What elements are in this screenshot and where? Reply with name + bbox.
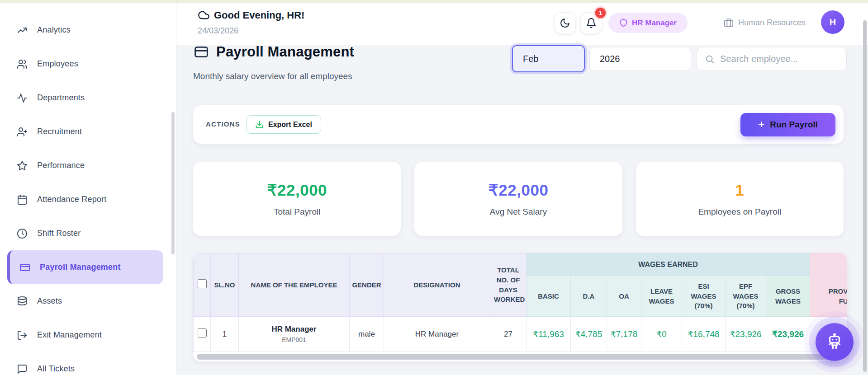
select-all-cell — [194, 253, 211, 317]
avatar[interactable]: H — [821, 10, 844, 34]
cell-slno: 1 — [211, 317, 239, 352]
dark-mode-toggle[interactable] — [554, 12, 576, 34]
database-icon — [17, 296, 28, 307]
page-vertical-scrollbar[interactable] — [863, 20, 867, 372]
user-plus-icon — [17, 127, 28, 137]
cell-days-worked: 27 — [490, 317, 526, 352]
employee-name: HR Manager — [239, 325, 349, 334]
search-input[interactable] — [720, 54, 833, 64]
role-badge[interactable]: HR Manager — [608, 13, 688, 33]
sidebar-scrollbar-thumb[interactable] — [171, 112, 175, 254]
sidebar-item-employees[interactable]: Employees — [0, 47, 176, 81]
stat-card-total-payroll: ₹22,000 Total Payroll — [193, 162, 401, 236]
moon-icon — [560, 18, 570, 28]
top-accent-strip — [0, 0, 868, 3]
calendar-icon — [17, 194, 28, 205]
provident-fund-group-spacer — [810, 253, 847, 276]
sidebar-item-attendance-report[interactable]: Attendance Report — [0, 183, 176, 216]
sidebar-item-all-tickets[interactable]: All Tickets — [0, 352, 176, 375]
page-title: Payroll Management — [216, 44, 354, 60]
col-header-designation: DESIGNATION — [384, 253, 490, 317]
sidebar-item-label: Performance — [37, 161, 85, 170]
sidebar-item-departments[interactable]: Departments — [0, 81, 176, 115]
total-payroll-label: Total Payroll — [274, 207, 321, 217]
star-icon — [17, 160, 28, 171]
department-indicator: Human Resources — [724, 18, 806, 28]
employees-on-payroll-value: 1 — [735, 181, 744, 199]
log-out-icon — [17, 330, 28, 341]
employees-on-payroll-label: Employees on Payroll — [698, 207, 781, 217]
col-header-provident-fund: PROVIDENT FUND — [810, 276, 847, 317]
department-label: Human Resources — [738, 18, 806, 28]
select-all-checkbox[interactable] — [198, 279, 207, 288]
sidebar-item-assets[interactable]: Assets — [0, 284, 176, 318]
cell-da: ₹4,785 — [571, 317, 607, 352]
sidebar-item-label: Departments — [37, 93, 85, 103]
cell-basic: ₹11,963 — [526, 317, 571, 352]
table-row[interactable]: 1 HR Manager EMP001 male HR Manager 27 ₹… — [194, 317, 848, 352]
robot-icon — [825, 333, 844, 352]
message-square-icon — [17, 364, 28, 375]
month-select-value: Feb — [523, 54, 538, 64]
year-select-value: 2026 — [600, 54, 620, 64]
header-date: 24/03/2026 — [198, 26, 238, 36]
sidebar-item-label: Shift Roster — [37, 229, 81, 238]
sidebar-item-exit-management[interactable]: Exit Management — [0, 318, 176, 352]
payroll-table-card: SL.NO NAME OF THE EMPLOYEE GENDER DESIGN… — [193, 253, 847, 361]
sidebar-item-recruitment[interactable]: Recruitment — [0, 115, 176, 149]
sidebar-item-label: Analytics — [37, 25, 71, 35]
month-select[interactable]: Feb — [512, 45, 585, 72]
col-header-da: D.A — [571, 276, 607, 317]
bell-icon — [586, 18, 597, 28]
payroll-title-icon — [193, 45, 209, 59]
chatbot-fab[interactable] — [816, 323, 854, 361]
sidebar-item-label: Exit Management — [37, 330, 102, 340]
cell-gross-wages: ₹23,926 — [766, 317, 810, 352]
col-header-epf-wages: EPF WAGES (70%) — [726, 276, 766, 317]
cell-employee-name: HR Manager EMP001 — [239, 317, 350, 352]
download-icon — [255, 120, 264, 129]
actions-section-label: ACTIONS — [206, 120, 240, 128]
sidebar-item-label: Payroll Management — [40, 262, 121, 272]
briefcase-icon — [724, 18, 734, 28]
page-subtitle: Monthly salary overview for all employee… — [193, 71, 352, 81]
run-payroll-label: Run Payroll — [770, 120, 818, 130]
row-checkbox[interactable] — [198, 328, 207, 338]
activity-icon — [17, 93, 28, 103]
cell-oa: ₹7,178 — [607, 317, 641, 352]
col-header-oa: OA — [607, 276, 641, 317]
avg-net-salary-label: Avg Net Salary — [490, 207, 547, 217]
col-header-gender: GENDER — [350, 253, 384, 317]
col-header-basic: BASIC — [526, 276, 571, 317]
col-header-gross-wages: GROSS WAGES — [766, 276, 810, 317]
cell-designation: HR Manager — [384, 317, 490, 352]
cell-esi-wages: ₹16,748 — [682, 317, 726, 352]
sidebar-item-shift-roster[interactable]: Shift Roster — [0, 216, 176, 250]
cell-gender: male — [350, 317, 384, 352]
cell-leave-wages: ₹0 — [641, 317, 682, 352]
cloud-icon — [198, 9, 210, 21]
total-payroll-value: ₹22,000 — [267, 181, 327, 199]
row-select-cell — [194, 317, 211, 352]
table-horizontal-scrollbar[interactable] — [197, 354, 842, 360]
credit-card-icon — [19, 262, 30, 273]
employee-id: EMP001 — [239, 336, 349, 343]
stat-card-employees-on-payroll: 1 Employees on Payroll — [636, 162, 844, 236]
sidebar-item-payroll-management[interactable]: Payroll Management — [7, 250, 163, 284]
col-header-leave-wages: LEAVE WAGES — [641, 276, 682, 317]
sidebar-item-performance[interactable]: Performance — [0, 149, 176, 183]
role-badge-label: HR Manager — [632, 19, 677, 28]
year-select[interactable]: 2026 — [589, 47, 691, 71]
sidebar-item-label: Employees — [37, 59, 78, 69]
sidebar-item-label: Attendance Report — [37, 195, 107, 204]
top-header: Good Evening, HR! 24/03/2026 1 HR Manage… — [176, 3, 868, 45]
export-excel-label: Export Excel — [268, 121, 312, 129]
shield-icon — [619, 19, 628, 27]
run-payroll-button[interactable]: + Run Payroll — [740, 113, 835, 136]
sidebar-item-label: Assets — [37, 296, 62, 306]
sidebar-item-analytics[interactable]: Analytics — [0, 13, 176, 47]
actions-card: ACTIONS Export Excel + Run Payroll — [193, 105, 844, 144]
trending-up-icon — [17, 25, 28, 36]
export-excel-button[interactable]: Export Excel — [246, 115, 321, 134]
wages-earned-group-header: WAGES EARNED — [526, 253, 810, 276]
